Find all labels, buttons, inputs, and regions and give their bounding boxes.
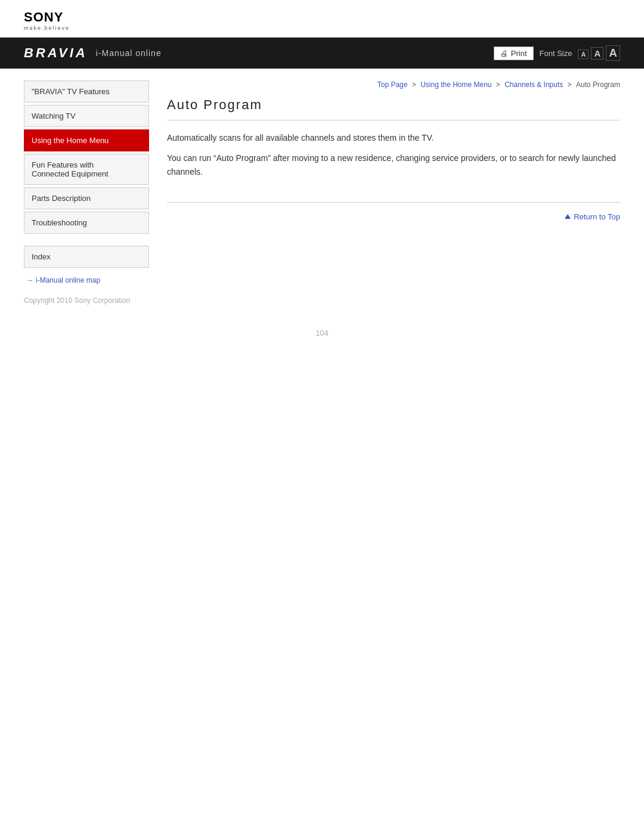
print-icon: 🖨 <box>500 49 508 58</box>
main-content: Top Page > Using the Home Menu > Channel… <box>167 69 620 284</box>
sidebar: "BRAVIA" TV Features Watching TV Using t… <box>24 80 149 284</box>
breadcrumb-top-page[interactable]: Top Page <box>377 80 408 89</box>
bravia-logo-text: BRAVIA <box>24 45 88 61</box>
breadcrumb-sep3: > <box>568 80 574 89</box>
return-to-top-link[interactable]: Return to Top <box>565 212 620 221</box>
nav-bar: BRAVIA i-Manual online 🖨 Print Font Size… <box>0 38 644 69</box>
sidebar-item-using-home-menu[interactable]: Using the Home Menu <box>24 129 149 151</box>
sidebar-map-link[interactable]: → i-Manual online map <box>24 276 149 284</box>
content-paragraph-1: Automatically scans for all available ch… <box>167 131 620 144</box>
sidebar-item-index[interactable]: Index <box>24 246 149 268</box>
breadcrumb: Top Page > Using the Home Menu > Channel… <box>167 75 620 97</box>
page-title: Auto Program <box>167 97 620 120</box>
page-number: 104 <box>0 317 644 355</box>
footer: Copyright 2010 Sony Corporation <box>0 284 644 317</box>
sidebar-item-fun-features[interactable]: Fun Features withConnected Equipment <box>24 154 149 185</box>
map-link-label: i-Manual online map <box>36 276 100 284</box>
font-size-label: Font Size <box>540 49 572 58</box>
sony-tagline: make.believe <box>24 25 620 31</box>
nav-right: 🖨 Print Font Size A A A <box>494 45 620 61</box>
sidebar-item-troubleshooting[interactable]: Troubleshooting <box>24 212 149 234</box>
font-small-button[interactable]: A <box>578 49 589 59</box>
return-to-top-label: Return to Top <box>574 212 620 221</box>
font-size-controls: A A A <box>578 45 620 61</box>
triangle-up-icon <box>565 214 571 219</box>
main-layout: "BRAVIA" TV Features Watching TV Using t… <box>0 69 644 284</box>
arrow-icon: → <box>26 276 33 284</box>
imanual-text: i-Manual online <box>96 48 162 58</box>
font-large-button[interactable]: A <box>606 45 620 61</box>
sony-logo: SONY <box>24 11 620 24</box>
content-paragraph-2: You can run “Auto Program” after moving … <box>167 151 620 178</box>
print-button[interactable]: 🖨 Print <box>494 47 534 60</box>
logo-bar: SONY make.believe <box>0 0 644 38</box>
sidebar-item-parts-description[interactable]: Parts Description <box>24 187 149 209</box>
breadcrumb-current: Auto Program <box>576 80 620 89</box>
bravia-title: BRAVIA i-Manual online <box>24 45 162 61</box>
print-label: Print <box>511 49 527 58</box>
breadcrumb-sep1: > <box>412 80 418 89</box>
copyright-text: Copyright 2010 Sony Corporation <box>24 296 130 305</box>
imanual-map-link[interactable]: → i-Manual online map <box>26 276 149 284</box>
font-medium-button[interactable]: A <box>591 47 603 60</box>
breadcrumb-sep2: > <box>496 80 502 89</box>
breadcrumb-home-menu[interactable]: Using the Home Menu <box>420 80 491 89</box>
breadcrumb-channels-inputs[interactable]: Channels & Inputs <box>504 80 563 89</box>
return-to-top-row: Return to Top <box>167 202 620 226</box>
sidebar-item-bravia-tv-features[interactable]: "BRAVIA" TV Features <box>24 80 149 103</box>
sidebar-item-watching-tv[interactable]: Watching TV <box>24 105 149 127</box>
